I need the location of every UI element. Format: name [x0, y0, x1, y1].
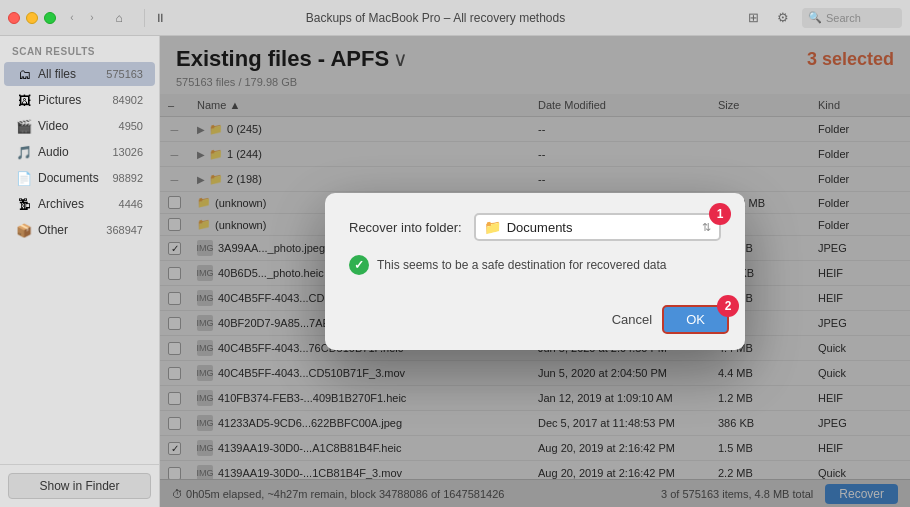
info-check-icon: ✓	[349, 255, 369, 275]
search-box[interactable]: 🔍 Search	[802, 8, 902, 28]
titlebar-right: ⊞ ⚙ 🔍 Search	[742, 7, 902, 29]
sidebar-label-video: Video	[38, 119, 119, 133]
pause-button[interactable]: ⏸	[151, 9, 169, 27]
titlebar: ‹ › ⌂ ⏸ Backups of MacBook Pro – All rec…	[0, 0, 910, 36]
show-in-finder-button[interactable]: Show in Finder	[8, 473, 151, 499]
sidebar-label-all-files: All files	[38, 67, 106, 81]
sidebar-count-audio: 13026	[112, 146, 143, 158]
settings-icon[interactable]: ⚙	[772, 7, 794, 29]
sidebar-item-other[interactable]: 📦 Other 368947	[4, 218, 155, 242]
sidebar: Scan results 🗂 All files 575163 🖼 Pictur…	[0, 36, 160, 507]
sidebar-count-archives: 4446	[119, 198, 143, 210]
all-files-icon: 🗂	[16, 66, 32, 82]
sidebar-item-all-files[interactable]: 🗂 All files 575163	[4, 62, 155, 86]
modal-ok-wrapper: OK 2	[662, 305, 729, 334]
home-button[interactable]: ⌂	[108, 7, 130, 29]
folder-select-icon: 📁	[484, 219, 501, 235]
sidebar-label-audio: Audio	[38, 145, 112, 159]
folder-select-value: Documents	[507, 220, 702, 235]
sidebar-count-all-files: 575163	[106, 68, 143, 80]
sidebar-label-pictures: Pictures	[38, 93, 112, 107]
modal-overlay: Recover into folder: 📁 Documents ⇅ 1 ✓	[160, 36, 910, 507]
modal-folder-select[interactable]: 📁 Documents ⇅	[474, 213, 721, 241]
modal-info-row: ✓ This seems to be a safe destination fo…	[349, 255, 721, 275]
back-button[interactable]: ‹	[64, 10, 80, 26]
modal-folder-row: Recover into folder: 📁 Documents ⇅ 1	[349, 213, 721, 241]
modal-info-text: This seems to be a safe destination for …	[377, 258, 667, 272]
minimize-button[interactable]	[26, 12, 38, 24]
grid-view-icon[interactable]: ⊞	[742, 7, 764, 29]
sidebar-count-video: 4950	[119, 120, 143, 132]
video-icon: 🎬	[16, 118, 32, 134]
documents-icon: 📄	[16, 170, 32, 186]
sidebar-count-pictures: 84902	[112, 94, 143, 106]
sidebar-count-documents: 98892	[112, 172, 143, 184]
step-badge-1: 1	[709, 203, 731, 225]
sidebar-count-other: 368947	[106, 224, 143, 236]
sidebar-section-label: Scan results	[0, 36, 159, 61]
search-icon: 🔍	[808, 11, 822, 24]
modal-select-wrapper: 📁 Documents ⇅ 1	[474, 213, 721, 241]
pictures-icon: 🖼	[16, 92, 32, 108]
modal-footer: Cancel OK 2	[325, 295, 745, 350]
cancel-button[interactable]: Cancel	[612, 312, 652, 327]
maximize-button[interactable]	[44, 12, 56, 24]
other-icon: 📦	[16, 222, 32, 238]
traffic-lights	[8, 12, 56, 24]
divider	[144, 9, 145, 27]
audio-icon: 🎵	[16, 144, 32, 160]
sidebar-item-pictures[interactable]: 🖼 Pictures 84902	[4, 88, 155, 112]
nav-buttons: ‹ ›	[64, 10, 100, 26]
modal-label: Recover into folder:	[349, 220, 462, 235]
step-badge-2: 2	[717, 295, 739, 317]
main-layout: Scan results 🗂 All files 575163 🖼 Pictur…	[0, 36, 910, 507]
folder-select-arrow: ⇅	[702, 221, 711, 234]
recover-dialog: Recover into folder: 📁 Documents ⇅ 1 ✓	[325, 193, 745, 350]
content-area: Existing files - APFS ∨ 3 selected 57516…	[160, 36, 910, 507]
window-title: Backups of MacBook Pro – All recovery me…	[169, 11, 702, 25]
archives-icon: 🗜	[16, 196, 32, 212]
sidebar-item-documents[interactable]: 📄 Documents 98892	[4, 166, 155, 190]
modal-body: Recover into folder: 📁 Documents ⇅ 1 ✓	[325, 193, 745, 295]
sidebar-label-documents: Documents	[38, 171, 112, 185]
sidebar-item-audio[interactable]: 🎵 Audio 13026	[4, 140, 155, 164]
forward-button[interactable]: ›	[84, 10, 100, 26]
search-placeholder: Search	[826, 12, 861, 24]
sidebar-label-other: Other	[38, 223, 106, 237]
sidebar-item-video[interactable]: 🎬 Video 4950	[4, 114, 155, 138]
sidebar-label-archives: Archives	[38, 197, 119, 211]
sidebar-bottom: Show in Finder	[0, 464, 159, 507]
close-button[interactable]	[8, 12, 20, 24]
sidebar-item-archives[interactable]: 🗜 Archives 4446	[4, 192, 155, 216]
